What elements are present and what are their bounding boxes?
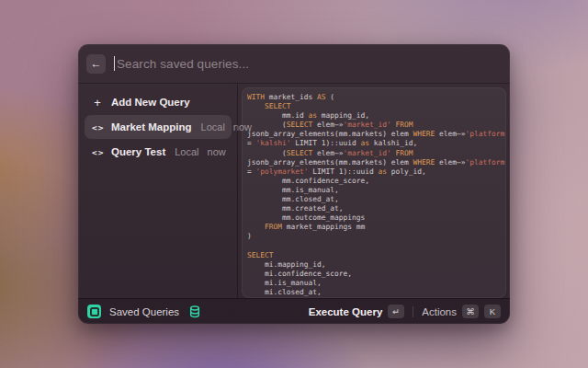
list-item-market-mapping[interactable]: <> Market Mapping Local now	[85, 115, 232, 139]
search-input[interactable]: Search saved queries...	[114, 56, 499, 71]
extension-name: Saved Queries	[109, 306, 179, 317]
list-item-tag: Local	[201, 121, 225, 132]
query-list: + Add New Query <> Market Mapping Local …	[78, 84, 237, 298]
list-item-add-new-query[interactable]: + Add New Query	[85, 90, 232, 114]
search-placeholder: Search saved queries...	[117, 57, 249, 71]
list-item-label: Add New Query	[111, 97, 190, 108]
list-item-time: now	[208, 146, 226, 157]
list-item-title: Market Mapping	[111, 121, 192, 132]
back-arrow-icon: ←	[91, 57, 102, 70]
footer-action-bar: Saved Queries Execute Query ↵ Actions ⌘ …	[78, 298, 510, 324]
sql-code-panel: WITH market_ids AS ( SELECT mm.id as map…	[242, 87, 506, 298]
list-item-query-test[interactable]: <> Query Test Local now	[85, 140, 232, 164]
plus-icon: +	[92, 97, 103, 109]
enter-key-icon: ↵	[388, 305, 404, 318]
search-bar: ← Search saved queries...	[78, 44, 510, 84]
command-key-icon: ⌘	[462, 305, 479, 318]
back-button[interactable]: ←	[86, 54, 106, 74]
actions-button[interactable]: Actions ⌘ K	[422, 305, 501, 318]
list-item-tag: Local	[175, 146, 198, 157]
execute-query-label: Execute Query	[309, 306, 383, 317]
code-brackets-icon: <>	[92, 122, 103, 132]
query-preview-pane: WITH market_ids AS ( SELECT mm.id as map…	[238, 84, 510, 298]
actions-label: Actions	[422, 306, 457, 317]
sql-code-block: WITH market_ids AS ( SELECT mm.id as map…	[247, 93, 505, 298]
command-palette-window: ← Search saved queries... + Add New Quer…	[78, 44, 510, 324]
k-key-icon: K	[484, 305, 501, 318]
text-caret	[114, 56, 115, 71]
extension-app-icon-glyph	[90, 307, 99, 316]
extension-app-icon	[87, 305, 101, 318]
database-icon	[189, 305, 200, 318]
footer-separator	[413, 306, 413, 317]
list-item-title: Query Test	[111, 146, 165, 157]
code-brackets-icon: <>	[92, 147, 103, 157]
execute-query-button[interactable]: Execute Query ↵	[309, 305, 405, 318]
